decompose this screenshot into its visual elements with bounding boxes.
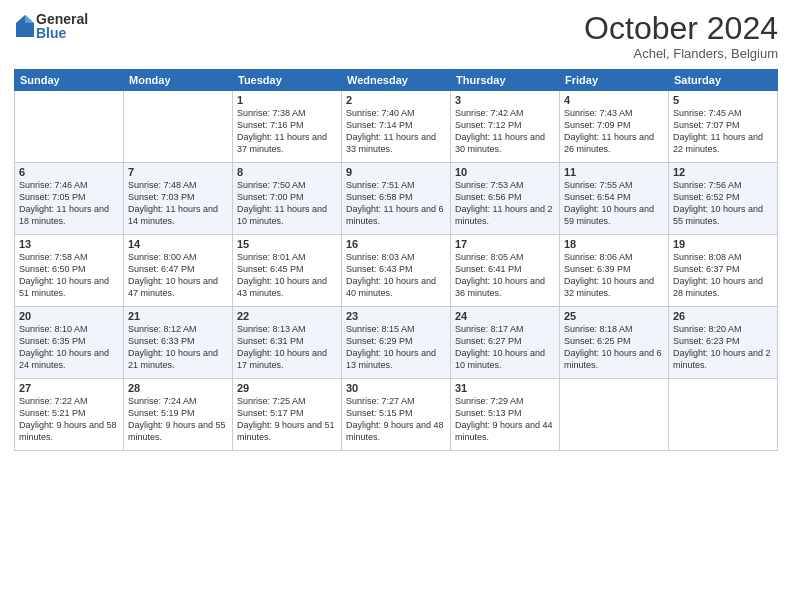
day-number: 11 xyxy=(564,166,664,178)
day-number: 4 xyxy=(564,94,664,106)
cell-line: Daylight: 10 hours and 2 minutes. xyxy=(673,347,773,371)
day-cell: 26Sunrise: 8:20 AMSunset: 6:23 PMDayligh… xyxy=(669,307,778,379)
day-cell: 20Sunrise: 8:10 AMSunset: 6:35 PMDayligh… xyxy=(15,307,124,379)
day-cell: 10Sunrise: 7:53 AMSunset: 6:56 PMDayligh… xyxy=(451,163,560,235)
day-number: 8 xyxy=(237,166,337,178)
header-cell-monday: Monday xyxy=(124,70,233,91)
day-number: 5 xyxy=(673,94,773,106)
day-cell: 30Sunrise: 7:27 AMSunset: 5:15 PMDayligh… xyxy=(342,379,451,451)
day-number: 26 xyxy=(673,310,773,322)
day-cell: 19Sunrise: 8:08 AMSunset: 6:37 PMDayligh… xyxy=(669,235,778,307)
cell-line: Sunrise: 7:56 AM xyxy=(673,179,773,191)
cell-line: Daylight: 10 hours and 40 minutes. xyxy=(346,275,446,299)
cell-line: Daylight: 11 hours and 6 minutes. xyxy=(346,203,446,227)
cell-line: Sunrise: 8:05 AM xyxy=(455,251,555,263)
cell-line: Sunset: 6:23 PM xyxy=(673,335,773,347)
day-cell: 7Sunrise: 7:48 AMSunset: 7:03 PMDaylight… xyxy=(124,163,233,235)
cell-line: Daylight: 10 hours and 13 minutes. xyxy=(346,347,446,371)
cell-line: Daylight: 11 hours and 14 minutes. xyxy=(128,203,228,227)
day-cell: 27Sunrise: 7:22 AMSunset: 5:21 PMDayligh… xyxy=(15,379,124,451)
cell-line: Sunrise: 7:46 AM xyxy=(19,179,119,191)
cell-line: Sunrise: 8:10 AM xyxy=(19,323,119,335)
week-row-4: 27Sunrise: 7:22 AMSunset: 5:21 PMDayligh… xyxy=(15,379,778,451)
cell-line: Sunrise: 8:15 AM xyxy=(346,323,446,335)
day-cell: 15Sunrise: 8:01 AMSunset: 6:45 PMDayligh… xyxy=(233,235,342,307)
cell-line: Daylight: 11 hours and 2 minutes. xyxy=(455,203,555,227)
cell-line: Sunset: 6:56 PM xyxy=(455,191,555,203)
week-row-3: 20Sunrise: 8:10 AMSunset: 6:35 PMDayligh… xyxy=(15,307,778,379)
day-cell: 23Sunrise: 8:15 AMSunset: 6:29 PMDayligh… xyxy=(342,307,451,379)
day-number: 7 xyxy=(128,166,228,178)
cell-line: Sunrise: 8:01 AM xyxy=(237,251,337,263)
calendar-table: SundayMondayTuesdayWednesdayThursdayFrid… xyxy=(14,69,778,451)
cell-line: Daylight: 11 hours and 10 minutes. xyxy=(237,203,337,227)
cell-line: Sunrise: 7:42 AM xyxy=(455,107,555,119)
cell-line: Sunrise: 7:24 AM xyxy=(128,395,228,407)
week-row-1: 6Sunrise: 7:46 AMSunset: 7:05 PMDaylight… xyxy=(15,163,778,235)
day-number: 17 xyxy=(455,238,555,250)
day-cell: 8Sunrise: 7:50 AMSunset: 7:00 PMDaylight… xyxy=(233,163,342,235)
day-cell: 28Sunrise: 7:24 AMSunset: 5:19 PMDayligh… xyxy=(124,379,233,451)
title-block: October 2024 Achel, Flanders, Belgium xyxy=(584,12,778,61)
logo: General Blue xyxy=(14,12,88,40)
day-cell: 29Sunrise: 7:25 AMSunset: 5:17 PMDayligh… xyxy=(233,379,342,451)
subtitle: Achel, Flanders, Belgium xyxy=(584,46,778,61)
cell-line: Sunset: 6:33 PM xyxy=(128,335,228,347)
cell-line: Daylight: 11 hours and 18 minutes. xyxy=(19,203,119,227)
day-number: 1 xyxy=(237,94,337,106)
day-number: 29 xyxy=(237,382,337,394)
cell-line: Sunrise: 8:13 AM xyxy=(237,323,337,335)
cell-line: Daylight: 11 hours and 33 minutes. xyxy=(346,131,446,155)
cell-line: Sunset: 6:47 PM xyxy=(128,263,228,275)
cell-line: Sunset: 6:29 PM xyxy=(346,335,446,347)
day-cell: 16Sunrise: 8:03 AMSunset: 6:43 PMDayligh… xyxy=(342,235,451,307)
day-number: 24 xyxy=(455,310,555,322)
day-number: 14 xyxy=(128,238,228,250)
day-cell: 24Sunrise: 8:17 AMSunset: 6:27 PMDayligh… xyxy=(451,307,560,379)
cell-line: Daylight: 9 hours and 48 minutes. xyxy=(346,419,446,443)
header-row: SundayMondayTuesdayWednesdayThursdayFrid… xyxy=(15,70,778,91)
day-cell: 21Sunrise: 8:12 AMSunset: 6:33 PMDayligh… xyxy=(124,307,233,379)
cell-line: Sunset: 7:07 PM xyxy=(673,119,773,131)
day-number: 13 xyxy=(19,238,119,250)
cell-line: Daylight: 9 hours and 51 minutes. xyxy=(237,419,337,443)
day-cell xyxy=(560,379,669,451)
day-cell: 17Sunrise: 8:05 AMSunset: 6:41 PMDayligh… xyxy=(451,235,560,307)
cell-line: Sunrise: 8:17 AM xyxy=(455,323,555,335)
day-cell: 12Sunrise: 7:56 AMSunset: 6:52 PMDayligh… xyxy=(669,163,778,235)
header-cell-sunday: Sunday xyxy=(15,70,124,91)
cell-line: Sunrise: 7:48 AM xyxy=(128,179,228,191)
day-cell xyxy=(124,91,233,163)
day-number: 3 xyxy=(455,94,555,106)
header: General Blue October 2024 Achel, Flander… xyxy=(14,12,778,61)
day-cell: 9Sunrise: 7:51 AMSunset: 6:58 PMDaylight… xyxy=(342,163,451,235)
cell-line: Sunrise: 7:43 AM xyxy=(564,107,664,119)
day-number: 16 xyxy=(346,238,446,250)
day-cell: 3Sunrise: 7:42 AMSunset: 7:12 PMDaylight… xyxy=(451,91,560,163)
calendar-container: General Blue October 2024 Achel, Flander… xyxy=(0,0,792,612)
day-number: 27 xyxy=(19,382,119,394)
cell-line: Sunrise: 8:06 AM xyxy=(564,251,664,263)
day-cell: 13Sunrise: 7:58 AMSunset: 6:50 PMDayligh… xyxy=(15,235,124,307)
cell-line: Daylight: 10 hours and 59 minutes. xyxy=(564,203,664,227)
cell-line: Sunrise: 7:51 AM xyxy=(346,179,446,191)
cell-line: Daylight: 10 hours and 55 minutes. xyxy=(673,203,773,227)
cell-line: Sunset: 6:45 PM xyxy=(237,263,337,275)
cell-line: Sunrise: 7:50 AM xyxy=(237,179,337,191)
cell-line: Daylight: 11 hours and 37 minutes. xyxy=(237,131,337,155)
cell-line: Sunset: 6:25 PM xyxy=(564,335,664,347)
cell-line: Sunset: 6:43 PM xyxy=(346,263,446,275)
cell-line: Sunrise: 8:03 AM xyxy=(346,251,446,263)
day-number: 10 xyxy=(455,166,555,178)
cell-line: Sunset: 7:12 PM xyxy=(455,119,555,131)
cell-line: Sunset: 6:41 PM xyxy=(455,263,555,275)
day-cell: 25Sunrise: 8:18 AMSunset: 6:25 PMDayligh… xyxy=(560,307,669,379)
logo-blue: Blue xyxy=(36,26,88,40)
day-number: 9 xyxy=(346,166,446,178)
cell-line: Sunset: 7:00 PM xyxy=(237,191,337,203)
cell-line: Sunrise: 7:27 AM xyxy=(346,395,446,407)
cell-line: Sunset: 5:19 PM xyxy=(128,407,228,419)
cell-line: Daylight: 9 hours and 44 minutes. xyxy=(455,419,555,443)
cell-line: Sunset: 5:13 PM xyxy=(455,407,555,419)
cell-line: Daylight: 10 hours and 10 minutes. xyxy=(455,347,555,371)
